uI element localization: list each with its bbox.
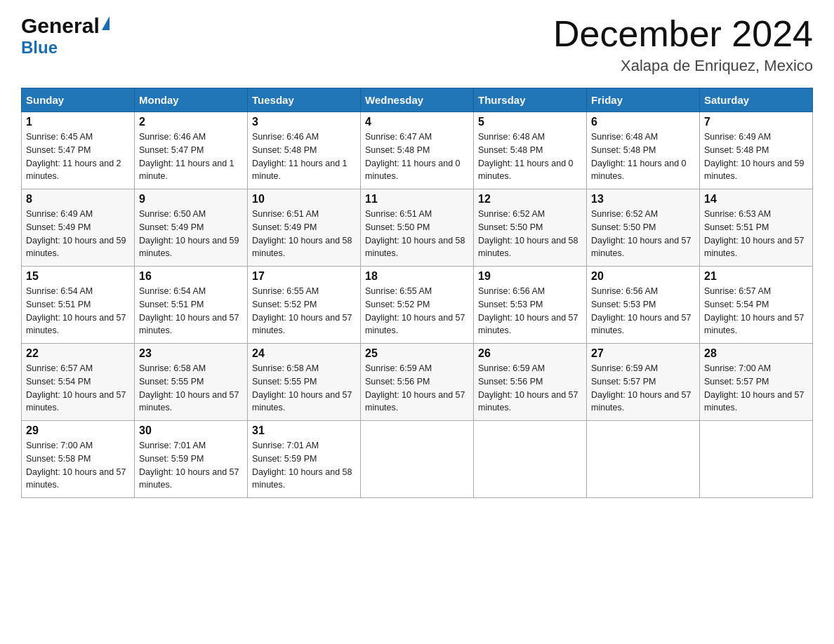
calendar-cell: 20 Sunrise: 6:56 AMSunset: 5:53 PMDaylig… bbox=[587, 267, 700, 344]
calendar-cell: 28 Sunrise: 7:00 AMSunset: 5:57 PMDaylig… bbox=[700, 344, 813, 421]
day-number: 18 bbox=[365, 270, 469, 283]
calendar-cell: 18 Sunrise: 6:55 AMSunset: 5:52 PMDaylig… bbox=[361, 267, 474, 344]
calendar-cell bbox=[361, 421, 474, 498]
day-info: Sunrise: 7:01 AMSunset: 5:59 PMDaylight:… bbox=[252, 439, 356, 492]
day-number: 10 bbox=[252, 193, 356, 206]
day-number: 23 bbox=[139, 347, 243, 360]
calendar-cell: 19 Sunrise: 6:56 AMSunset: 5:53 PMDaylig… bbox=[474, 267, 587, 344]
calendar-cell: 9 Sunrise: 6:50 AMSunset: 5:49 PMDayligh… bbox=[135, 189, 248, 267]
day-info: Sunrise: 6:54 AMSunset: 5:51 PMDaylight:… bbox=[26, 285, 130, 337]
logo-general-text: General bbox=[21, 14, 100, 38]
col-tuesday: Tuesday bbox=[248, 88, 361, 112]
day-info: Sunrise: 6:57 AMSunset: 5:54 PMDaylight:… bbox=[26, 362, 130, 415]
day-number: 21 bbox=[704, 270, 808, 283]
calendar-cell: 7 Sunrise: 6:49 AMSunset: 5:48 PMDayligh… bbox=[700, 112, 813, 189]
day-info: Sunrise: 7:00 AMSunset: 5:58 PMDaylight:… bbox=[26, 439, 130, 492]
day-info: Sunrise: 6:57 AMSunset: 5:54 PMDaylight:… bbox=[704, 285, 808, 337]
day-number: 15 bbox=[26, 270, 130, 283]
day-info: Sunrise: 6:56 AMSunset: 5:53 PMDaylight:… bbox=[591, 285, 695, 337]
calendar-cell: 10 Sunrise: 6:51 AMSunset: 5:49 PMDaylig… bbox=[248, 189, 361, 267]
calendar-cell: 15 Sunrise: 6:54 AMSunset: 5:51 PMDaylig… bbox=[22, 267, 135, 344]
day-info: Sunrise: 6:49 AMSunset: 5:48 PMDaylight:… bbox=[704, 130, 808, 183]
day-info: Sunrise: 6:56 AMSunset: 5:53 PMDaylight:… bbox=[478, 285, 582, 337]
calendar-cell bbox=[587, 421, 700, 498]
day-info: Sunrise: 6:53 AMSunset: 5:51 PMDaylight:… bbox=[704, 208, 808, 260]
day-info: Sunrise: 6:50 AMSunset: 5:49 PMDaylight:… bbox=[139, 208, 243, 260]
title-area: December 2024 Xalapa de Enriquez, Mexico bbox=[553, 14, 813, 75]
day-info: Sunrise: 6:59 AMSunset: 5:56 PMDaylight:… bbox=[365, 362, 469, 415]
day-number: 13 bbox=[591, 193, 695, 206]
calendar-week-row: 29 Sunrise: 7:00 AMSunset: 5:58 PMDaylig… bbox=[22, 421, 813, 498]
day-number: 17 bbox=[252, 270, 356, 283]
calendar-cell bbox=[474, 421, 587, 498]
calendar-cell: 8 Sunrise: 6:49 AMSunset: 5:49 PMDayligh… bbox=[22, 189, 135, 267]
month-title: December 2024 bbox=[553, 14, 813, 54]
day-info: Sunrise: 6:51 AMSunset: 5:50 PMDaylight:… bbox=[365, 208, 469, 260]
day-number: 16 bbox=[139, 270, 243, 283]
day-number: 3 bbox=[252, 116, 356, 128]
page-header: General Blue December 2024 Xalapa de Enr… bbox=[21, 14, 813, 75]
calendar-cell: 3 Sunrise: 6:46 AMSunset: 5:48 PMDayligh… bbox=[248, 112, 361, 189]
logo-blue-text: Blue bbox=[21, 38, 58, 57]
calendar-cell: 21 Sunrise: 6:57 AMSunset: 5:54 PMDaylig… bbox=[700, 267, 813, 344]
day-info: Sunrise: 6:46 AMSunset: 5:48 PMDaylight:… bbox=[252, 130, 356, 183]
calendar-cell: 31 Sunrise: 7:01 AMSunset: 5:59 PMDaylig… bbox=[248, 421, 361, 498]
day-number: 11 bbox=[365, 193, 469, 206]
location-subtitle: Xalapa de Enriquez, Mexico bbox=[553, 57, 813, 75]
calendar-cell: 27 Sunrise: 6:59 AMSunset: 5:57 PMDaylig… bbox=[587, 344, 700, 421]
day-number: 26 bbox=[478, 347, 582, 360]
col-friday: Friday bbox=[587, 88, 700, 112]
day-info: Sunrise: 6:51 AMSunset: 5:49 PMDaylight:… bbox=[252, 208, 356, 260]
day-number: 20 bbox=[591, 270, 695, 283]
day-info: Sunrise: 6:54 AMSunset: 5:51 PMDaylight:… bbox=[139, 285, 243, 337]
day-info: Sunrise: 6:59 AMSunset: 5:56 PMDaylight:… bbox=[478, 362, 582, 415]
day-number: 29 bbox=[26, 424, 130, 437]
day-info: Sunrise: 6:55 AMSunset: 5:52 PMDaylight:… bbox=[252, 285, 356, 337]
day-info: Sunrise: 6:58 AMSunset: 5:55 PMDaylight:… bbox=[139, 362, 243, 415]
day-number: 27 bbox=[591, 347, 695, 360]
calendar-table: Sunday Monday Tuesday Wednesday Thursday… bbox=[21, 88, 813, 498]
header-row: Sunday Monday Tuesday Wednesday Thursday… bbox=[22, 88, 813, 112]
calendar-cell: 25 Sunrise: 6:59 AMSunset: 5:56 PMDaylig… bbox=[361, 344, 474, 421]
col-saturday: Saturday bbox=[700, 88, 813, 112]
day-number: 12 bbox=[478, 193, 582, 206]
day-info: Sunrise: 6:58 AMSunset: 5:55 PMDaylight:… bbox=[252, 362, 356, 415]
day-info: Sunrise: 7:00 AMSunset: 5:57 PMDaylight:… bbox=[704, 362, 808, 415]
calendar-cell: 22 Sunrise: 6:57 AMSunset: 5:54 PMDaylig… bbox=[22, 344, 135, 421]
day-info: Sunrise: 6:59 AMSunset: 5:57 PMDaylight:… bbox=[591, 362, 695, 415]
col-wednesday: Wednesday bbox=[361, 88, 474, 112]
calendar-week-row: 8 Sunrise: 6:49 AMSunset: 5:49 PMDayligh… bbox=[22, 189, 813, 267]
calendar-cell: 14 Sunrise: 6:53 AMSunset: 5:51 PMDaylig… bbox=[700, 189, 813, 267]
calendar-week-row: 1 Sunrise: 6:45 AMSunset: 5:47 PMDayligh… bbox=[22, 112, 813, 189]
day-number: 22 bbox=[26, 347, 130, 360]
calendar-cell: 23 Sunrise: 6:58 AMSunset: 5:55 PMDaylig… bbox=[135, 344, 248, 421]
day-number: 8 bbox=[26, 193, 130, 206]
day-number: 28 bbox=[704, 347, 808, 360]
calendar-cell: 1 Sunrise: 6:45 AMSunset: 5:47 PMDayligh… bbox=[22, 112, 135, 189]
day-number: 2 bbox=[139, 116, 243, 128]
day-info: Sunrise: 6:45 AMSunset: 5:47 PMDaylight:… bbox=[26, 130, 130, 183]
day-number: 5 bbox=[478, 116, 582, 128]
day-number: 25 bbox=[365, 347, 469, 360]
logo-triangle-icon bbox=[102, 16, 110, 30]
calendar-cell: 24 Sunrise: 6:58 AMSunset: 5:55 PMDaylig… bbox=[248, 344, 361, 421]
col-sunday: Sunday bbox=[22, 88, 135, 112]
day-info: Sunrise: 7:01 AMSunset: 5:59 PMDaylight:… bbox=[139, 439, 243, 492]
calendar-cell: 30 Sunrise: 7:01 AMSunset: 5:59 PMDaylig… bbox=[135, 421, 248, 498]
calendar-cell: 4 Sunrise: 6:47 AMSunset: 5:48 PMDayligh… bbox=[361, 112, 474, 189]
day-number: 4 bbox=[365, 116, 469, 128]
calendar-cell: 13 Sunrise: 6:52 AMSunset: 5:50 PMDaylig… bbox=[587, 189, 700, 267]
col-thursday: Thursday bbox=[474, 88, 587, 112]
day-info: Sunrise: 6:52 AMSunset: 5:50 PMDaylight:… bbox=[478, 208, 582, 260]
day-number: 1 bbox=[26, 116, 130, 128]
day-info: Sunrise: 6:48 AMSunset: 5:48 PMDaylight:… bbox=[591, 130, 695, 183]
calendar-cell: 16 Sunrise: 6:54 AMSunset: 5:51 PMDaylig… bbox=[135, 267, 248, 344]
day-info: Sunrise: 6:49 AMSunset: 5:49 PMDaylight:… bbox=[26, 208, 130, 260]
calendar-week-row: 15 Sunrise: 6:54 AMSunset: 5:51 PMDaylig… bbox=[22, 267, 813, 344]
day-info: Sunrise: 6:52 AMSunset: 5:50 PMDaylight:… bbox=[591, 208, 695, 260]
calendar-cell: 11 Sunrise: 6:51 AMSunset: 5:50 PMDaylig… bbox=[361, 189, 474, 267]
day-info: Sunrise: 6:47 AMSunset: 5:48 PMDaylight:… bbox=[365, 130, 469, 183]
day-number: 31 bbox=[252, 424, 356, 437]
calendar-week-row: 22 Sunrise: 6:57 AMSunset: 5:54 PMDaylig… bbox=[22, 344, 813, 421]
day-number: 30 bbox=[139, 424, 243, 437]
